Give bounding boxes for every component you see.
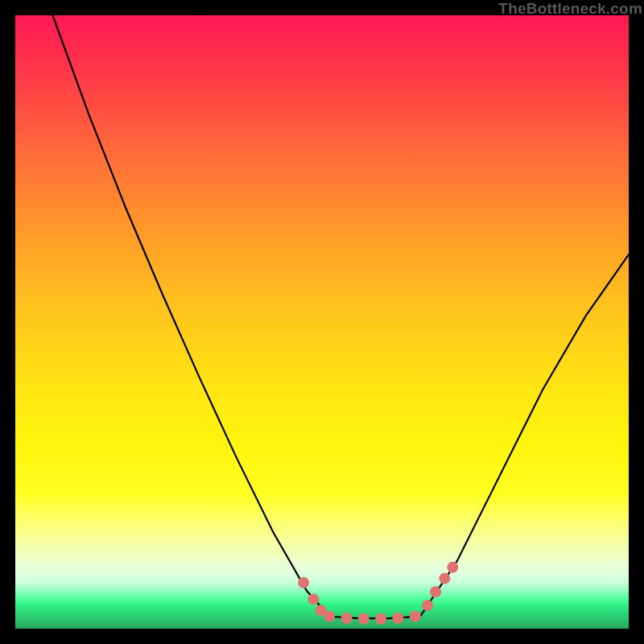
curve-marker xyxy=(430,586,441,597)
curve-marker xyxy=(308,593,319,605)
curve-marker xyxy=(422,600,433,611)
curve-marker xyxy=(324,611,335,622)
chart-svg xyxy=(15,15,629,629)
curve-marker xyxy=(375,613,386,625)
curve-markers xyxy=(298,562,458,625)
curve-marker xyxy=(410,611,421,622)
curve-marker xyxy=(392,613,403,624)
curve-marker xyxy=(298,577,309,588)
curve-marker xyxy=(447,562,458,573)
curve-marker xyxy=(439,573,450,584)
chart-frame xyxy=(15,15,629,629)
curve-marker xyxy=(341,613,352,624)
bottleneck-curve xyxy=(52,15,629,618)
curve-marker xyxy=(358,613,369,625)
